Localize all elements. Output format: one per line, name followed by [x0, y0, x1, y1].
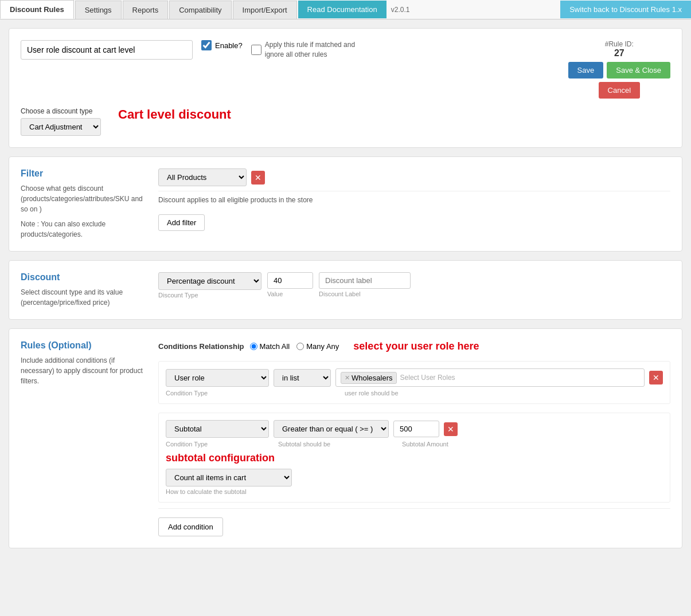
- discount-label-field: Discount Label: [319, 272, 411, 297]
- condition-1-op-select[interactable]: in list not in list: [274, 369, 331, 387]
- discount-value-sub-label: Value: [267, 291, 313, 297]
- cond-divider: [158, 508, 670, 509]
- rule-id-label: #Rule ID:: [568, 40, 670, 48]
- condition-1-labels: Condition Type user role should be: [166, 390, 663, 397]
- discount-title: Discount: [21, 272, 147, 283]
- filter-title: Filter: [21, 168, 147, 179]
- condition-2-type-select[interactable]: User role Subtotal Cart Item Count Date: [166, 420, 269, 438]
- apply-rule-checkbox[interactable]: [251, 45, 261, 55]
- enable-label: Enable?: [215, 41, 243, 50]
- discount-desc: Select discount type and its value (perc…: [21, 287, 147, 308]
- rules-section-right: Conditions Relationship Match All Many A…: [158, 340, 670, 536]
- tab-reports[interactable]: Reports: [123, 1, 169, 19]
- remove-filter-button[interactable]: ✕: [251, 171, 265, 185]
- save-button[interactable]: Save: [568, 62, 604, 79]
- user-role-placeholder: Select User Roles: [400, 374, 455, 382]
- top-nav: Discount Rules Settings Reports Compatib…: [0, 0, 691, 19]
- discount-section-card: Discount Select discount type and its va…: [9, 260, 682, 320]
- discount-row: Percentage discount Fixed discount Fixed…: [158, 272, 670, 299]
- filter-section-right: All Products Specific Products Specific …: [158, 168, 670, 240]
- condition-2-fields: User role Subtotal Cart Item Count Date …: [166, 420, 663, 438]
- discount-type-row: Choose a discount type Cart Adjustment P…: [21, 107, 670, 136]
- condition-row-1: User role Subtotal Cart Item Count Date …: [158, 361, 670, 404]
- rules-section-left: Rules (Optional) Include additional cond…: [21, 340, 147, 536]
- condition-1-value-label: user role should be: [345, 390, 399, 397]
- condition-2-amount-label: Subtotal Amount: [402, 441, 448, 448]
- how-calculate-group: Count all items in cart Sum of item quan…: [166, 469, 663, 495]
- tag-x-icon[interactable]: ✕: [345, 374, 350, 382]
- filter-row: All Products Specific Products Specific …: [158, 168, 670, 186]
- discount-type-field: Percentage discount Fixed discount Fixed…: [158, 272, 261, 299]
- discount-section-right: Percentage discount Fixed discount Fixed…: [158, 272, 670, 308]
- remove-condition-2-button[interactable]: ✕: [444, 422, 458, 436]
- condition-2-op-select[interactable]: Greater than or equal ( >= ) Less than E…: [274, 420, 389, 438]
- discount-value-field: Value: [267, 272, 313, 297]
- remove-condition-1-button[interactable]: ✕: [649, 371, 663, 384]
- conditions-relationship-row: Conditions Relationship Match All Many A…: [158, 340, 670, 352]
- discount-label-input[interactable]: [319, 272, 411, 289]
- rule-header-card: Enable? Apply this rule if matched and i…: [9, 28, 682, 148]
- condition-row-2: User role Subtotal Cart Item Count Date …: [158, 413, 670, 503]
- discount-type-sub-label: Discount Type: [158, 292, 261, 299]
- subtotal-hint: subtotal configuration: [166, 452, 663, 464]
- match-all-radio[interactable]: [250, 343, 257, 350]
- discount-label-sub-label: Discount Label: [319, 291, 411, 297]
- filter-note: Note : You can also exclude products/cat…: [21, 219, 147, 240]
- rules-desc: Include additional conditions (if necess…: [21, 355, 147, 386]
- many-any-option[interactable]: Many Any: [296, 342, 339, 351]
- discount-type-select[interactable]: Cart Adjustment Percentage Fixed Price: [21, 118, 101, 136]
- how-calculate-label: How to calculate the subtotal: [166, 488, 663, 495]
- tab-settings[interactable]: Settings: [75, 1, 122, 19]
- rule-title-row: Enable? Apply this rule if matched and i…: [21, 40, 670, 99]
- save-close-button[interactable]: Save & Close: [607, 62, 670, 79]
- cancel-button[interactable]: Cancel: [599, 82, 640, 99]
- filter-section-left: Filter Choose what gets discount (produc…: [21, 168, 147, 240]
- condition-1-type-label: Condition Type: [166, 390, 274, 397]
- user-role-tags[interactable]: ✕ Wholesalers Select User Roles: [335, 368, 645, 387]
- condition-2-labels: Condition Type Subtotal should be Subtot…: [166, 441, 663, 448]
- condition-2-op-label: Subtotal should be: [278, 441, 397, 448]
- add-filter-button[interactable]: Add filter: [158, 214, 205, 231]
- rule-name-input[interactable]: [21, 40, 193, 60]
- tag-label: Wholesalers: [352, 374, 393, 382]
- rules-title: Rules (Optional): [21, 340, 147, 351]
- radio-group: Match All Many Any: [250, 342, 339, 351]
- discount-value-input[interactable]: [267, 272, 313, 289]
- filter-section-card: Filter Choose what gets discount (produc…: [9, 156, 682, 252]
- enable-checkbox[interactable]: [201, 40, 212, 50]
- wholesalers-tag: ✕ Wholesalers: [341, 372, 397, 384]
- switch-back-button[interactable]: Switch back to Discount Rules 1.x: [560, 1, 691, 18]
- discount-section-left: Discount Select discount type and its va…: [21, 272, 147, 308]
- user-role-hint: select your user role here: [353, 340, 479, 352]
- tab-discount-rules[interactable]: Discount Rules: [0, 0, 74, 19]
- apply-rule-group: Apply this rule if matched and ignore al…: [251, 40, 368, 60]
- action-buttons: Save Save & Close: [568, 62, 670, 79]
- filter-applies-desc: Discount applies to all eligible product…: [158, 191, 670, 209]
- how-calculate-select[interactable]: Count all items in cart Sum of item quan…: [166, 469, 292, 486]
- discount-type-dropdown[interactable]: Percentage discount Fixed discount Fixed…: [158, 272, 261, 290]
- many-any-label: Many Any: [306, 342, 339, 351]
- filter-desc: Choose what gets discount (products/cate…: [21, 183, 147, 214]
- condition-1-op-label: [278, 390, 340, 397]
- filter-products-select[interactable]: All Products Specific Products Specific …: [158, 168, 247, 186]
- rules-section-card: Rules (Optional) Include additional cond…: [9, 328, 682, 548]
- tab-import-export[interactable]: Import/Export: [233, 1, 297, 19]
- conditions-label: Conditions Relationship: [158, 342, 244, 351]
- tab-compatibility[interactable]: Compatibility: [169, 1, 231, 19]
- cart-level-heading: Cart level discount: [118, 107, 231, 122]
- read-doc-button[interactable]: Read Documentation: [298, 1, 387, 18]
- add-condition-button[interactable]: Add condition: [158, 517, 223, 536]
- subtotal-amount-input[interactable]: [393, 421, 439, 437]
- apply-rule-text: Apply this rule if matched and ignore al…: [265, 40, 368, 60]
- condition-2-type-label: Condition Type: [166, 441, 274, 448]
- condition-1-fields: User role Subtotal Cart Item Count Date …: [166, 368, 663, 387]
- match-all-option[interactable]: Match All: [250, 342, 290, 351]
- condition-1-type-select[interactable]: User role Subtotal Cart Item Count Date: [166, 369, 269, 387]
- enable-group: Enable?: [201, 40, 243, 50]
- choose-discount-label: Choose a discount type: [21, 107, 101, 115]
- many-any-radio[interactable]: [296, 343, 304, 350]
- match-all-label: Match All: [260, 342, 290, 351]
- version-badge: v2.0.1: [389, 6, 410, 14]
- rule-id-block: #Rule ID: 27 Save Save & Close Cancel: [568, 40, 670, 99]
- discount-type-group: Choose a discount type Cart Adjustment P…: [21, 107, 101, 136]
